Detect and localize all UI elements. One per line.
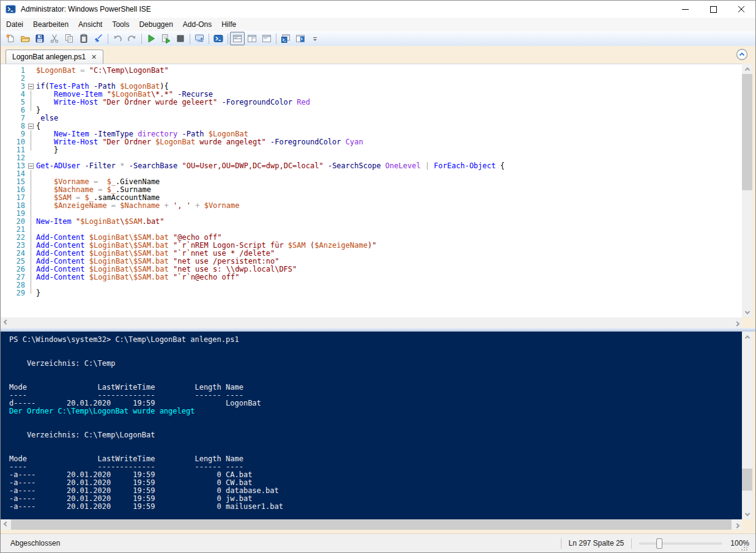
run-script-button[interactable] — [144, 32, 158, 45]
fold-collapse-icon[interactable] — [28, 84, 34, 89]
menu-ansicht[interactable]: Ansicht — [73, 18, 107, 31]
show-script-pane-top-button[interactable] — [230, 32, 245, 45]
cut-button[interactable] — [47, 32, 62, 45]
editor-line: 10 Write-Host "Der Ordner $LogonBat wurd… — [1, 138, 742, 146]
menu-tools[interactable]: Tools — [107, 18, 134, 31]
fold-guide-line — [31, 170, 31, 294]
remote-tab-icon — [195, 34, 204, 43]
scroll-down-button[interactable] — [742, 307, 752, 317]
zoom-slider[interactable] — [639, 538, 722, 549]
new-script-button[interactable] — [3, 32, 18, 45]
editor-line: 18 $AnzeigeName = $Nachname + ', ' + $Vo… — [1, 202, 742, 210]
editor-line: 20New-Item "$LoginBat\$SAM.bat" — [1, 218, 742, 226]
console-line: Verzeichnis: C:\Temp — [9, 360, 742, 368]
console-vertical-scrollbar[interactable] — [742, 332, 752, 519]
clear-console-icon — [94, 34, 103, 43]
fold-collapse-icon[interactable] — [28, 163, 34, 169]
console-line: Der Ordner C:\Temp\LogonBat wurde angele… — [9, 407, 742, 415]
scroll-down-button[interactable] — [742, 509, 752, 519]
menu-bar: DateiBearbeitenAnsichtToolsDebuggenAdd-O… — [1, 18, 755, 31]
scroll-right-button[interactable] — [732, 519, 742, 530]
chevron-down-icon — [744, 309, 749, 314]
editor-scrollbar-thumb[interactable] — [742, 74, 752, 190]
powershell-ise-window: Administrator: Windows PowerShell ISE Da… — [0, 0, 756, 553]
toolbar-separator — [141, 34, 142, 44]
scroll-left-button[interactable] — [1, 519, 11, 530]
scroll-right-button[interactable] — [732, 317, 742, 328]
console-scrollbar-thumb[interactable] — [742, 469, 752, 491]
console-line: -a---- 20.01.2020 19:59 0 mailuser1.bat — [9, 503, 742, 511]
editor-vertical-scrollbar[interactable] — [742, 64, 752, 317]
undo-button[interactable] — [110, 32, 125, 45]
paste-button[interactable] — [76, 32, 91, 45]
new-remote-powershell-tab-button[interactable] — [192, 32, 207, 45]
run-selection-button[interactable] — [158, 32, 173, 45]
new-powershell-tab-button[interactable] — [278, 32, 293, 45]
scroll-up-button[interactable] — [742, 64, 752, 74]
scroll-left-button[interactable] — [1, 317, 11, 328]
run-icon — [146, 34, 156, 43]
editor-line: 7 else — [1, 114, 742, 122]
overflow-icon — [310, 34, 320, 43]
menu-debuggen[interactable]: Debuggen — [134, 18, 177, 31]
console-horizontal-scrollbar[interactable] — [1, 519, 742, 530]
toolbar-overflow-button[interactable] — [308, 32, 322, 45]
toolbar-separator — [108, 34, 108, 44]
fold-guide-line — [31, 91, 31, 111]
chevron-up-icon — [744, 67, 749, 72]
script-editor-pane[interactable]: 1$LogonBat = "C:\Temp\LogonBat"23if(Test… — [1, 64, 742, 317]
zoom-slider-thumb[interactable] — [656, 538, 662, 549]
powershell-tab-icon — [281, 34, 291, 43]
console-pane[interactable]: PS C:\Windows\system32> C:\Temp\LogonBat… — [1, 332, 742, 519]
editor-horizontal-scrollbar[interactable] — [1, 317, 742, 328]
chevron-right-icon — [734, 321, 739, 326]
open-script-button[interactable] — [18, 32, 32, 45]
save-button[interactable] — [32, 32, 47, 45]
start-powershell-button[interactable] — [211, 32, 226, 45]
menu-bearbeiten[interactable]: Bearbeiten — [28, 18, 73, 31]
script-tab[interactable]: LogonBat anlegen.ps1 ✕ — [6, 50, 103, 64]
copy-button[interactable] — [62, 32, 76, 45]
run-selection-icon — [161, 34, 171, 43]
chevron-up-icon — [744, 335, 749, 340]
close-button[interactable] — [727, 1, 755, 18]
editor-line: 27Add-Content $LoginBat\$SAM.bat "`r`n@e… — [1, 273, 742, 281]
toolbar-separator — [190, 34, 190, 44]
menu-hilfe[interactable]: Hilfe — [217, 18, 241, 31]
console-scrollbar-thumb[interactable] — [11, 519, 732, 530]
editor-line: 13Get-ADUser -Filter * -SearchBase "OU=U… — [1, 162, 742, 170]
clear-console-button[interactable] — [91, 32, 106, 45]
editor-line: 1$LogonBat = "C:\Temp\LogonBat" — [1, 67, 742, 75]
show-command-window-button[interactable] — [293, 32, 308, 45]
editor-code: 1$LogonBat = "C:\Temp\LogonBat"23if(Test… — [1, 64, 742, 297]
tab-close-icon[interactable]: ✕ — [91, 54, 97, 61]
console-line — [9, 344, 742, 352]
script-tab-label: LogonBat anlegen.ps1 — [12, 53, 86, 61]
paste-icon — [79, 34, 89, 43]
chevron-right-icon — [734, 523, 739, 528]
editor-line: 6} — [1, 106, 742, 114]
separator — [631, 538, 632, 549]
stop-operation-button[interactable] — [173, 32, 188, 45]
fold-collapse-icon[interactable] — [28, 124, 34, 129]
console-line: Verzeichnis: C:\Temp\LogonBat — [9, 431, 742, 439]
scroll-up-button[interactable] — [742, 332, 752, 342]
console-line — [9, 415, 742, 423]
toolbar-separator — [276, 34, 276, 44]
chevron-left-icon — [3, 521, 8, 526]
show-script-pane-maximized-button[interactable] — [259, 32, 274, 45]
maximize-button[interactable] — [699, 1, 727, 18]
show-script-pane-right-button[interactable] — [245, 32, 259, 45]
console-line — [9, 368, 742, 376]
menu-datei[interactable]: Datei — [1, 18, 28, 31]
status-text: Abgeschlossen — [10, 539, 60, 547]
console-line: PS C:\Windows\system32> C:\Temp\LogonBat… — [9, 336, 742, 344]
console-line — [9, 439, 742, 447]
resize-grip-icon[interactable] — [741, 544, 748, 551]
collapse-toolbar-button[interactable] — [736, 48, 748, 61]
menu-add-ons[interactable]: Add-Ons — [178, 18, 217, 31]
title-bar: Administrator: Windows PowerShell ISE — [1, 1, 755, 18]
redo-button[interactable] — [125, 32, 139, 45]
minimize-button[interactable] — [671, 1, 699, 18]
toolbar-separator — [228, 34, 228, 44]
